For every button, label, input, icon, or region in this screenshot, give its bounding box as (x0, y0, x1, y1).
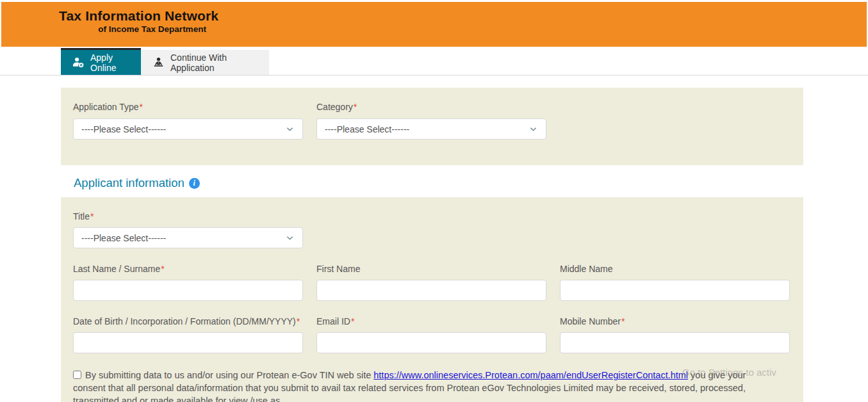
application-type-label: Application Type* (73, 102, 143, 112)
chevron-down-icon (286, 127, 293, 132)
header-bar: Tax Information Network of Income Tax De… (1, 2, 867, 47)
header-subtitle: of Income Tax Department (86, 24, 218, 34)
person-add-icon (72, 56, 85, 68)
chevron-down-icon (530, 127, 537, 132)
consent-text-before: By submitting data to us and/or using ou… (85, 370, 373, 380)
title-select[interactable]: ----Please Select------ (73, 227, 303, 248)
middle-name-label: Middle Name (560, 264, 612, 274)
section-heading-text: Applicant information (74, 176, 184, 190)
last-name-label: Last Name / Surname* (73, 264, 165, 274)
dob-input[interactable] (73, 332, 303, 353)
tab-apply-online-label: Apply Online (90, 52, 129, 73)
middle-name-input[interactable] (560, 280, 790, 301)
email-input[interactable] (316, 332, 546, 353)
mobile-input[interactable] (560, 332, 790, 353)
tab-continue-with-application[interactable]: Continue With Application (141, 50, 269, 75)
dob-label: Date of Birth / Incorporation / Formatio… (73, 316, 300, 326)
required-marker: * (354, 102, 357, 112)
consent-paragraph: By submitting data to us and/or using ou… (73, 369, 776, 402)
consent-link[interactable]: https://www.onlineservices.Protean.com/p… (373, 370, 688, 380)
application-type-select[interactable]: ----Please Select------ (73, 118, 303, 140)
email-label: Email ID* (316, 316, 354, 326)
tab-bar: Apply Online Continue With Application (0, 48, 868, 76)
required-marker: * (139, 102, 142, 112)
tab-continue-label: Continue With Application (170, 52, 258, 73)
applicant-information-heading: Applicant information i (74, 176, 200, 190)
required-marker: * (297, 316, 300, 326)
applicant-information-section: Title* ----Please Select------ Last Name… (61, 197, 803, 402)
tab-apply-online[interactable]: Apply Online (61, 48, 141, 75)
application-details-section: Application Type* ----Please Select-----… (61, 88, 803, 165)
required-marker: * (621, 316, 625, 326)
required-marker: * (351, 316, 354, 326)
required-marker: * (161, 264, 164, 274)
category-select[interactable]: ----Please Select------ (316, 118, 546, 140)
first-name-label: First Name (316, 264, 360, 274)
tin-logo: Tax Information Network of Income Tax De… (59, 8, 218, 34)
consent-checkbox[interactable] (73, 371, 81, 379)
chevron-down-icon (286, 236, 293, 241)
required-marker: * (90, 211, 94, 221)
last-name-input[interactable] (73, 280, 303, 301)
title-label: Title* (73, 211, 94, 221)
category-label: Category* (316, 102, 357, 112)
first-name-input[interactable] (316, 280, 546, 301)
person-desk-icon (152, 56, 165, 68)
info-icon[interactable]: i (189, 178, 200, 189)
mobile-label: Mobile Number* (560, 316, 625, 326)
header-title: Tax Information Network (59, 8, 218, 24)
